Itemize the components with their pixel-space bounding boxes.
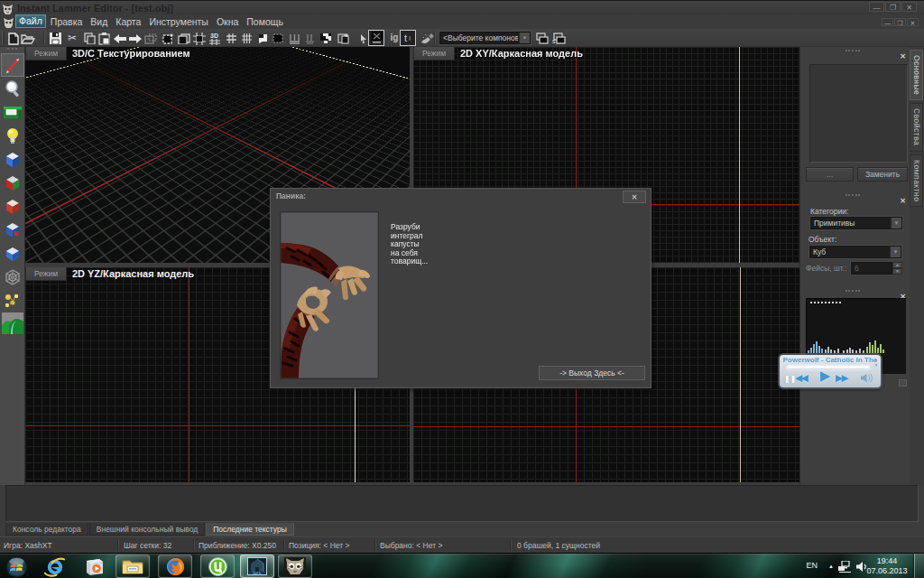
browse-button[interactable]: ... (806, 167, 854, 182)
block-red-tool[interactable] (2, 195, 23, 217)
group-icon[interactable] (176, 31, 192, 45)
block-entity-tool[interactable] (2, 219, 23, 240)
section-close-icon[interactable]: ✕ (899, 197, 907, 205)
utorrent-taskbar-button[interactable] (200, 555, 235, 578)
cat-app-taskbar-button[interactable] (278, 555, 312, 578)
texture-lock-icon[interactable] (254, 31, 271, 45)
palette-grip[interactable] (7, 48, 17, 52)
menu-item[interactable]: Окна (213, 14, 242, 28)
firefox-taskbar-button[interactable] (158, 555, 192, 578)
texture-t-icon[interactable]: tI (400, 30, 416, 46)
lammer-editor-taskbar-button[interactable]: ЗЫГЬ (240, 555, 274, 578)
save-icon[interactable] (47, 31, 63, 45)
chevron-down-icon[interactable]: ▼ (890, 247, 901, 257)
console-tab[interactable]: Внешний консольный вывод (89, 523, 205, 536)
close-button[interactable]: ✕ (901, 2, 917, 12)
next-icon[interactable]: ▶▶ (836, 370, 847, 385)
snap-grid-icon[interactable] (191, 31, 208, 45)
console-output[interactable] (5, 485, 919, 522)
viewport-yz-title: 2D YZ/Каркасная модель (72, 268, 194, 279)
tray-clock[interactable]: 19:44 07.06.2013 (866, 556, 908, 576)
resize-grip[interactable] (899, 379, 907, 387)
menu-item[interactable]: Помощь (243, 14, 287, 28)
checker-flag-icon[interactable] (318, 31, 334, 45)
back-icon[interactable] (112, 31, 128, 45)
menu-item[interactable]: Инструменты (145, 14, 211, 28)
chevron-down-icon[interactable]: ▼ (891, 218, 901, 228)
network-icon[interactable] (838, 560, 852, 576)
brush-tool-icon[interactable] (419, 31, 435, 45)
wall2-tool-icon[interactable] (301, 31, 318, 45)
cut-tool[interactable] (2, 54, 23, 76)
grid-small-icon[interactable] (223, 31, 239, 45)
spin-up-button[interactable]: ▲ (892, 262, 902, 268)
viewport-mode-button[interactable]: Режим (25, 267, 67, 281)
media-player-icon[interactable] (83, 555, 106, 578)
audio-player-widget[interactable]: Powerwolf - Catholic In The ❚❚ ◀◀ ▶ ▶▶ ▲… (778, 353, 882, 389)
open-file-icon[interactable] (20, 31, 36, 45)
section-close-icon[interactable]: ✕ (899, 52, 907, 61)
object-combobox[interactable]: Куб ▼ (809, 246, 901, 258)
point-entity-tool[interactable] (2, 289, 23, 311)
child-close-button[interactable]: ✕ (907, 18, 919, 26)
panel-tab[interactable]: Свойства (910, 103, 923, 151)
dialog-exit-button[interactable]: -> Выход Здесь <- (539, 366, 645, 380)
console-tab[interactable]: Консоль редактора (5, 523, 88, 536)
spin-down-button[interactable]: ▼ (892, 268, 902, 275)
panel-tabs: ОсновныеСвойстваКомпактно (910, 47, 924, 485)
cut-icon[interactable]: ✂ (64, 31, 80, 45)
selection-box-icon[interactable] (270, 31, 286, 45)
expand-icon[interactable]: ▲▼ (873, 357, 880, 369)
forward-icon[interactable] (127, 31, 143, 45)
paste-icon[interactable] (96, 31, 112, 45)
layout-load-icon[interactable]: s (550, 31, 567, 45)
grid-smaller-icon[interactable] (238, 31, 254, 45)
menu-item[interactable]: Вид (87, 14, 111, 28)
grid-3d-icon[interactable]: 3D (207, 31, 223, 45)
section-grip[interactable] (845, 290, 860, 292)
menu-item[interactable]: Карта (112, 14, 144, 28)
hollow-icon[interactable] (160, 31, 176, 45)
panel-tab[interactable]: Компактно (910, 154, 923, 207)
block-multi-tool[interactable] (2, 172, 23, 193)
panel-tab[interactable]: Основные (910, 50, 923, 100)
zoom-tool[interactable] (2, 78, 23, 99)
tray-expand-icon[interactable]: ▲ (828, 564, 834, 569)
layout-combobox[interactable]: <Выберите компоновку> ▼ (439, 32, 531, 44)
viewport-mode-button[interactable]: Режим (413, 47, 455, 61)
volume-icon[interactable] (861, 372, 873, 387)
new-pages-icon[interactable] (335, 31, 351, 45)
texture-apply-tool[interactable] (2, 101, 23, 123)
section-grip[interactable] (845, 194, 860, 196)
faces-input[interactable]: 6 (851, 262, 892, 275)
show-desktop-button[interactable] (914, 554, 924, 578)
terrain-tool[interactable] (2, 312, 23, 334)
carve-icon[interactable] (143, 31, 159, 45)
menu-item[interactable]: Правка (47, 14, 86, 28)
wall-tool-icon[interactable] (286, 31, 302, 45)
start-button[interactable] (5, 555, 28, 578)
play-icon[interactable]: ▶ (820, 368, 831, 383)
section-grip[interactable] (845, 50, 860, 51)
category-combobox[interactable]: Примитивы ▼ (810, 217, 902, 229)
block-blue-tool[interactable] (2, 148, 23, 170)
child-restore-button[interactable]: ❐ (894, 18, 906, 26)
layout-save-icon[interactable] (534, 31, 550, 45)
chevron-down-icon[interactable]: ▼ (519, 33, 530, 43)
light-tool[interactable] (2, 125, 23, 146)
console-tab[interactable]: Последние текстуры (206, 523, 294, 536)
internet-explorer-icon[interactable] (43, 555, 66, 578)
child-minimize-button[interactable]: — (882, 18, 893, 26)
restore-button[interactable]: ❐ (885, 2, 901, 12)
explorer-taskbar-button[interactable] (116, 555, 150, 578)
language-indicator[interactable]: EN (806, 561, 818, 570)
replace-button[interactable]: Заменить (857, 167, 908, 182)
dialog-close-button[interactable]: ✕ (623, 191, 646, 203)
viewport-mode-button[interactable]: Режим (25, 47, 67, 61)
block-rounded-tool[interactable] (2, 242, 23, 264)
previous-icon[interactable]: ◀◀ (795, 370, 807, 385)
texture-x-icon[interactable] (368, 30, 384, 46)
minimize-button[interactable]: — (869, 2, 884, 12)
wireframe-sphere-tool[interactable] (2, 266, 23, 287)
menu-item[interactable]: Файл (15, 14, 46, 28)
